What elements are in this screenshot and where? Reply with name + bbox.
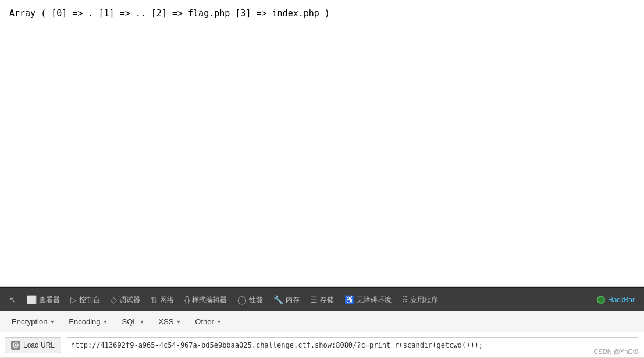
encryption-label: Encryption	[12, 317, 47, 326]
encryption-caret-icon: ▼	[49, 319, 55, 325]
other-caret-icon: ▼	[216, 319, 222, 325]
memory-icon: 🔧	[273, 295, 283, 304]
devtools-accessibility-label: 无障碍环境	[357, 295, 392, 305]
devtools-console[interactable]: ▷ 控制台	[66, 293, 105, 307]
devtools-performance[interactable]: ◯ 性能	[233, 293, 268, 307]
devtools-bar: ↖ ⬜ 查看器 ▷ 控制台 ◇ 调试器 ⇅ 网络 {} 样式编辑器 ◯ 性能 🔧…	[0, 287, 644, 311]
sql-caret-icon: ▼	[140, 319, 145, 325]
other-dropdown[interactable]: Other ▼	[189, 315, 227, 328]
devtools-debugger-label: 调试器	[119, 295, 140, 305]
devtools-accessibility[interactable]: ♿ 无障碍环境	[340, 293, 396, 307]
devtools-memory-label: 内存	[286, 295, 300, 305]
style-editor-icon: {}	[184, 295, 190, 304]
devtools-inspector-label: 查看器	[39, 295, 60, 305]
console-icon: ▷	[70, 295, 77, 304]
network-icon: ⇅	[151, 295, 158, 304]
devtools-debugger[interactable]: ◇ 调试器	[106, 293, 145, 307]
accessibility-icon: ♿	[344, 295, 354, 304]
main-content-area: Array ( [0] => . [1] => .. [2] => flag.p…	[0, 0, 644, 287]
devtools-network[interactable]: ⇅ 网络	[146, 293, 179, 307]
sql-label: SQL	[122, 317, 137, 326]
devtools-storage[interactable]: ☰ 存储	[305, 293, 339, 307]
encryption-dropdown[interactable]: Encryption ▼	[6, 315, 61, 328]
xss-caret-icon: ▼	[176, 319, 181, 325]
devtools-style-editor-label: 样式编辑器	[192, 295, 227, 305]
devtools-hackbar[interactable]: HackBar	[592, 293, 639, 306]
devtools-hackbar-label: HackBar	[608, 296, 635, 304]
inspector-icon: ⬜	[27, 295, 37, 304]
performance-icon: ◯	[237, 295, 247, 304]
devtools-applications-label: 应用程序	[410, 295, 438, 305]
debugger-icon: ◇	[111, 295, 117, 304]
load-url-button[interactable]: Load URL	[5, 337, 61, 353]
cursor-icon: ↖	[9, 295, 16, 304]
encoding-caret-icon: ▼	[103, 319, 108, 325]
other-label: Other	[195, 317, 214, 326]
devtools-storage-label: 存储	[320, 295, 334, 305]
devtools-applications[interactable]: ⠿ 应用程序	[397, 293, 443, 307]
devtools-memory[interactable]: 🔧 内存	[269, 293, 304, 307]
applications-icon: ⠿	[402, 295, 408, 304]
devtools-network-label: 网络	[160, 295, 174, 305]
url-bar: Load URL CSDN @YnGt0	[0, 332, 644, 358]
devtools-inspector[interactable]: ⬜ 查看器	[22, 293, 65, 307]
csdn-watermark: CSDN @YnGt0	[593, 348, 638, 355]
url-input[interactable]	[66, 337, 639, 353]
devtools-console-label: 控制台	[79, 295, 100, 305]
output-text: Array ( [0] => . [1] => .. [2] => flag.p…	[9, 8, 330, 19]
sql-dropdown[interactable]: SQL ▼	[116, 315, 150, 328]
devtools-cursor[interactable]: ↖	[5, 293, 21, 307]
encoding-label: Encoding	[69, 317, 100, 326]
devtools-performance-label: 性能	[249, 295, 263, 305]
encoding-dropdown[interactable]: Encoding ▼	[63, 315, 113, 328]
hackbar-toolbar: Encryption ▼ Encoding ▼ SQL ▼ XSS ▼ Othe…	[0, 311, 644, 332]
hackbar-dot-icon	[597, 296, 605, 304]
devtools-style-editor[interactable]: {} 样式编辑器	[180, 293, 232, 307]
svg-marker-1	[15, 344, 17, 346]
storage-icon: ☰	[310, 295, 318, 304]
xss-dropdown[interactable]: XSS ▼	[152, 315, 187, 328]
load-url-icon	[11, 341, 20, 350]
load-url-label: Load URL	[23, 341, 55, 349]
xss-label: XSS	[158, 317, 173, 326]
